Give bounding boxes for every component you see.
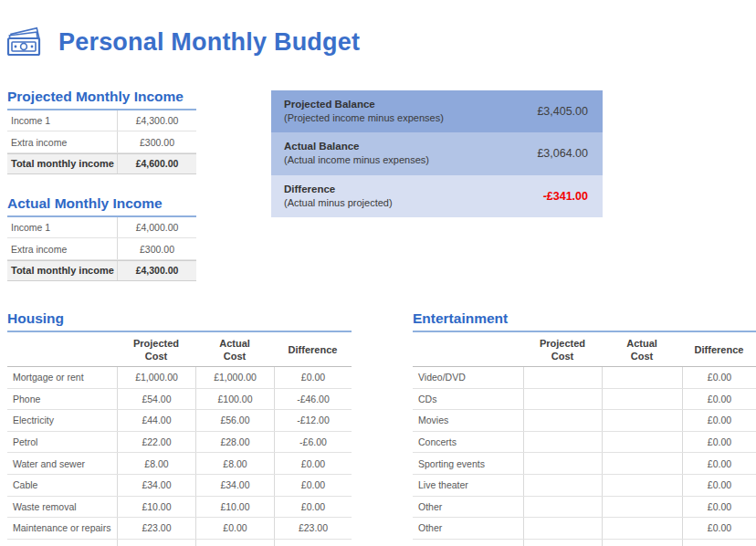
category-cell[interactable]: Cable: [7, 475, 117, 496]
projected-cell[interactable]: £8.00: [117, 453, 195, 474]
total-label-cell: Total monthly income: [7, 265, 117, 276]
difference-cell[interactable]: £23.00: [274, 518, 352, 539]
table-row: Extra income £300.00: [7, 131, 196, 152]
actual-balance-value[interactable]: £3,064.00: [537, 147, 588, 160]
difference-cell[interactable]: £0.00: [682, 497, 756, 518]
projected-cell[interactable]: [523, 389, 602, 410]
actual-cell[interactable]: [602, 497, 682, 518]
table-row: Video/DVD £0.00: [413, 367, 756, 389]
category-cell[interactable]: Maintenance or repairs: [7, 518, 117, 539]
difference-cell[interactable]: £0.00: [682, 475, 756, 496]
category-cell[interactable]: Supplies: [7, 540, 117, 546]
actual-cell[interactable]: £100.00: [195, 389, 274, 410]
difference-cell[interactable]: £0.00: [274, 475, 352, 496]
difference-cell[interactable]: £0.00: [274, 453, 352, 474]
income-label-cell[interactable]: Income 1: [7, 222, 117, 233]
projected-cell[interactable]: [523, 367, 602, 388]
income-label-cell[interactable]: Extra income: [7, 137, 117, 148]
projected-balance-value[interactable]: £3,405.00: [537, 105, 588, 118]
difference-cell[interactable]: £0.00: [682, 518, 756, 539]
income-label-cell[interactable]: Extra income: [7, 244, 117, 255]
category-cell[interactable]: Other: [413, 497, 523, 518]
total-value-cell[interactable]: £4,300.00: [117, 261, 196, 280]
difference-cell[interactable]: £0.00: [274, 540, 352, 546]
income-value-cell[interactable]: £300.00: [117, 238, 196, 258]
difference-cell[interactable]: £0.00: [682, 540, 756, 546]
total-value-cell[interactable]: £4,600.00: [117, 154, 196, 173]
category-cell[interactable]: Electricity: [7, 410, 117, 431]
actual-cell[interactable]: [602, 410, 682, 431]
actual-cell[interactable]: £8.00: [195, 453, 274, 474]
projected-income-heading: Projected Monthly Income: [7, 89, 196, 110]
income-value-cell[interactable]: £4,000.00: [117, 217, 196, 237]
category-cell[interactable]: Waste removal: [7, 497, 117, 518]
projected-cell[interactable]: [523, 518, 602, 539]
projected-cell[interactable]: [523, 410, 602, 431]
difference-cell[interactable]: £0.00: [682, 389, 756, 410]
income-label-cell[interactable]: Income 1: [7, 115, 117, 126]
difference-cell[interactable]: £0.00: [682, 410, 756, 431]
difference-cell[interactable]: -£46.00: [274, 389, 352, 410]
income-value-cell[interactable]: £4,300.00: [117, 110, 196, 131]
category-cell[interactable]: Other: [413, 518, 523, 539]
actual-cell[interactable]: £10.00: [195, 497, 274, 518]
category-cell[interactable]: Mortgage or rent: [7, 367, 117, 388]
actual-cell[interactable]: [602, 367, 682, 388]
projected-cell[interactable]: [523, 540, 602, 546]
projected-cell[interactable]: £54.00: [117, 389, 195, 410]
projected-cell[interactable]: [523, 453, 602, 474]
category-cell[interactable]: Petrol: [7, 432, 117, 453]
projected-cell[interactable]: £0.00: [117, 540, 195, 546]
actual-cell[interactable]: [602, 518, 682, 539]
category-cell[interactable]: CDs: [413, 389, 523, 410]
total-row: Total monthly income £4,300.00: [7, 260, 196, 281]
category-cell[interactable]: Other: [413, 540, 523, 546]
total-row: Total monthly income £4,600.00: [7, 153, 196, 174]
housing-table: Projected Cost Actual Cost Difference Mo…: [7, 332, 352, 546]
projected-cell[interactable]: £44.00: [117, 410, 195, 431]
projected-cell[interactable]: £10.00: [117, 497, 195, 518]
category-cell[interactable]: Live theater: [413, 475, 523, 496]
actual-balance-row: Actual Balance (Actual income minus expe…: [271, 132, 603, 174]
actual-cell[interactable]: £1,000.00: [195, 367, 274, 388]
actual-cell[interactable]: [602, 540, 682, 546]
projected-cell[interactable]: [523, 475, 602, 496]
category-cell[interactable]: Water and sewer: [7, 453, 117, 474]
projected-cell[interactable]: £1,000.00: [117, 367, 195, 388]
difference-cell[interactable]: £0.00: [682, 453, 756, 474]
actual-cell[interactable]: £56.00: [195, 410, 274, 431]
projected-cell[interactable]: £23.00: [117, 518, 195, 539]
category-cell[interactable]: Video/DVD: [413, 367, 523, 388]
table-row: Maintenance or repairs £23.00 £0.00 £23.…: [7, 518, 352, 540]
table-row: Water and sewer £8.00 £8.00 £0.00: [7, 453, 352, 475]
difference-cell[interactable]: £0.00: [274, 367, 352, 388]
difference-cell[interactable]: £0.00: [682, 432, 756, 453]
actual-cell[interactable]: [602, 453, 682, 474]
projected-cell[interactable]: [523, 497, 602, 518]
category-cell[interactable]: Phone: [7, 389, 117, 410]
difference-cell[interactable]: -£6.00: [274, 432, 352, 453]
projected-cell[interactable]: [523, 432, 602, 453]
housing-heading: Housing: [7, 310, 352, 332]
actual-cell[interactable]: £0.00: [195, 540, 274, 546]
projected-cell[interactable]: £34.00: [117, 475, 195, 496]
actual-cell[interactable]: [602, 389, 682, 410]
actual-cell[interactable]: £0.00: [195, 518, 274, 539]
category-cell[interactable]: Sporting events: [413, 453, 523, 474]
actual-cell[interactable]: £28.00: [195, 432, 274, 453]
difference-cell[interactable]: £0.00: [274, 497, 352, 518]
difference-cell[interactable]: £0.00: [682, 367, 756, 388]
difference-row: Difference (Actual minus projected) -£34…: [271, 175, 603, 217]
projected-cell[interactable]: £22.00: [117, 432, 195, 453]
category-cell[interactable]: Concerts: [413, 432, 523, 453]
housing-section: Housing Projected Cost Actual Cost Diffe…: [7, 310, 352, 546]
difference-cell[interactable]: -£12.00: [274, 410, 352, 431]
actual-cell[interactable]: [602, 475, 682, 496]
entertainment-header-row: Projected Cost Actual Cost Difference: [413, 332, 756, 367]
category-cell[interactable]: Movies: [413, 410, 523, 431]
difference-value[interactable]: -£341.00: [543, 190, 588, 203]
table-row: Cable £34.00 £34.00 £0.00: [7, 475, 352, 497]
actual-cell[interactable]: £34.00: [195, 475, 274, 496]
actual-cell[interactable]: [602, 432, 682, 453]
income-value-cell[interactable]: £300.00: [117, 131, 196, 152]
